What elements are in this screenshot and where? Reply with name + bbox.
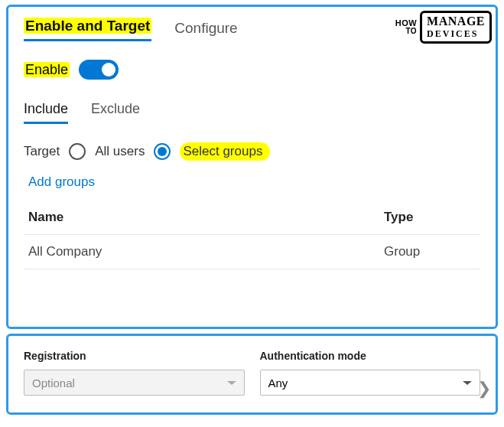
enable-row: Enable <box>24 60 480 80</box>
auth-mode-field: Authentication mode Any <box>260 350 481 396</box>
chevron-down-icon <box>463 381 472 385</box>
registration-label: Registration <box>24 350 245 362</box>
tab-exclude-label: Exclude <box>91 101 140 116</box>
logo-to-text: TO <box>395 28 417 34</box>
registration-select: Optional <box>24 370 245 396</box>
target-label: Target <box>24 144 60 159</box>
logo-how: HOW TO <box>395 20 417 34</box>
table-row[interactable]: All Company Group <box>24 235 480 269</box>
auth-mode-value: Any <box>268 376 288 390</box>
enable-toggle[interactable] <box>79 60 119 80</box>
logo-main-text: MANAGE <box>427 15 485 28</box>
logo-watermark: HOW TO MANAGE DEVICES <box>395 11 492 44</box>
auth-mode-label: Authentication mode <box>260 350 481 362</box>
enable-label-text: Enable <box>24 62 70 77</box>
chevron-down-icon <box>227 381 236 385</box>
tab-configure-label: Configure <box>174 20 237 36</box>
table-header: Name Type <box>24 200 480 235</box>
groups-table: Name Type All Company Group <box>24 200 480 269</box>
include-exclude-tabs: Include Exclude <box>24 101 480 124</box>
radio-select-groups[interactable] <box>154 143 171 160</box>
logo-sub-text: DEVICES <box>427 28 485 40</box>
registration-value: Optional <box>32 376 75 390</box>
tab-enable-and-target[interactable]: Enable and Target <box>24 18 151 41</box>
settings-grid: Registration Optional Authentication mod… <box>24 347 480 402</box>
tab-exclude[interactable]: Exclude <box>91 101 140 124</box>
target-row: Target All users Select groups <box>24 142 480 161</box>
col-header-type: Type <box>384 210 476 225</box>
tab-configure[interactable]: Configure <box>174 20 237 41</box>
col-header-name: Name <box>28 210 384 225</box>
registration-field: Registration Optional <box>24 350 245 396</box>
tab-enable-and-target-label: Enable and Target <box>24 18 151 34</box>
logo-box: MANAGE DEVICES <box>420 11 492 44</box>
chevron-right-icon[interactable]: ❯ <box>477 379 491 399</box>
enable-target-panel: Enable and Target Configure Enable Inclu… <box>6 5 498 329</box>
add-groups-label: Add groups <box>28 174 95 189</box>
tab-include-label: Include <box>24 101 68 116</box>
auth-mode-select[interactable]: Any <box>260 370 481 396</box>
radio-select-groups-label-wrap: Select groups <box>180 142 270 161</box>
radio-all-users-label: All users <box>95 144 145 159</box>
radio-all-users[interactable] <box>69 143 86 160</box>
cell-type: Group <box>384 244 476 259</box>
tab-include[interactable]: Include <box>24 101 68 124</box>
radio-select-groups-label: Select groups <box>183 144 262 158</box>
cell-name: All Company <box>28 244 384 259</box>
enable-label: Enable <box>24 62 70 78</box>
settings-panel: Registration Optional Authentication mod… <box>6 334 498 415</box>
add-groups-link[interactable]: Add groups <box>24 174 480 190</box>
